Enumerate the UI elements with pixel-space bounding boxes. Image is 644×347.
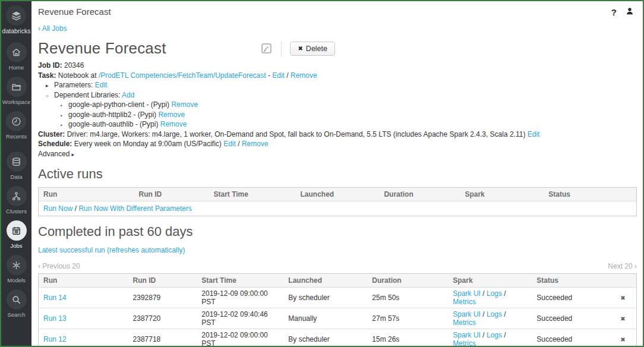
run-link[interactable]: Run 14	[43, 294, 67, 302]
metrics-link[interactable]: Metrics	[453, 318, 476, 327]
pagination: ‹ Previous 20 Next 20 ›	[38, 262, 637, 270]
schedule-remove-link[interactable]: Remove	[242, 140, 269, 148]
remove-run-icon[interactable]: ✖	[620, 316, 625, 322]
dependent-libraries-row: ○ Dependent Libraries: Add ▪ google-api-…	[38, 92, 637, 129]
square-bullet-icon: ▪	[61, 112, 62, 119]
completed-runs-table: Run Run ID Start Time Launched Duration …	[38, 273, 637, 346]
run-now-different-parameters-link[interactable]: Run Now With Different Parameters	[78, 204, 192, 213]
start-time-cell: 2019-12-02 09:40:46 PST	[197, 308, 283, 329]
spark-ui-link[interactable]: Spark UI	[453, 310, 481, 318]
logs-link[interactable]: Logs	[487, 331, 502, 339]
sidebar-item-search[interactable]: Search	[7, 289, 27, 318]
job-title: Revenue Forecast	[38, 39, 166, 58]
sidebar-item-workspace[interactable]: Workspace	[2, 77, 30, 105]
cluster-line: Cluster: Driver: m4.large, Workers: m4.l…	[38, 131, 637, 138]
library-remove-link[interactable]: Remove	[160, 120, 187, 128]
latest-successful-run-link[interactable]: Latest successful run (refreshes automat…	[38, 246, 185, 254]
help-icon[interactable]: ?	[611, 7, 617, 17]
job-options-list: ▸ Parameters: Edit ○ Dependent Libraries…	[38, 81, 637, 128]
schedule-edit-link[interactable]: Edit	[223, 140, 236, 148]
schedule-line: Schedule: Every week on Monday at 9:00am…	[38, 140, 637, 148]
remove-run-icon[interactable]: ✖	[620, 336, 625, 343]
logs-link[interactable]: Logs	[487, 289, 502, 298]
caret-right-icon[interactable]: ▸	[46, 82, 49, 90]
advanced-toggle[interactable]: Advanced▸	[38, 150, 637, 159]
library-item: ▪ google-api-python-client - (Pypi) Remo…	[54, 101, 637, 109]
data-icon	[11, 157, 21, 167]
edit-job-name-icon[interactable]	[260, 42, 273, 55]
main-content: Revenue Forecast ? ‹ All Jobs Revenue Fo…	[31, 1, 643, 346]
run-now-link[interactable]: Run Now	[43, 204, 72, 213]
completed-runs-heading: Completed in past 60 days	[38, 224, 637, 239]
duration-cell: 15m 26s	[367, 329, 448, 346]
all-jobs-back-link[interactable]: ‹ All Jobs	[38, 24, 67, 33]
spark-cell: Spark UI / Logs / Metrics	[448, 287, 532, 308]
user-icon[interactable]	[625, 7, 634, 18]
clusters-icon	[11, 191, 21, 201]
parameters-row: ▸ Parameters: Edit	[38, 81, 637, 89]
sidebar-item-jobs[interactable]: Jobs	[7, 220, 27, 249]
sidebar-item-recents[interactable]: Recents	[6, 111, 27, 140]
sidebar-item-home[interactable]: Home	[7, 42, 27, 71]
start-time-cell: 2019-12-02 09:00:00 PST	[197, 329, 283, 346]
page-title: Revenue Forecast	[38, 7, 111, 17]
sidebar-item-models[interactable]: Models	[7, 255, 27, 283]
libraries-list: ▪ google-api-python-client - (Pypi) Remo…	[54, 101, 637, 128]
active-runs-header-row: Run Run ID Start Time Launched Duration …	[39, 187, 637, 201]
status-cell: Succeeded	[532, 308, 610, 329]
status-cell: Succeeded	[532, 329, 610, 346]
metrics-link[interactable]: Metrics	[453, 298, 476, 306]
run-now-row: Run Now / Run Now With Different Paramet…	[39, 201, 637, 216]
databricks-logo-label: databricks	[2, 27, 31, 34]
previous-20-link[interactable]: ‹ Previous 20	[38, 262, 80, 270]
launched-cell: By scheduler	[283, 287, 367, 308]
duration-cell: 25m 50s	[367, 287, 448, 308]
close-icon: ✖	[298, 45, 302, 52]
task-remove-link[interactable]: Remove	[291, 71, 317, 80]
next-20-link[interactable]: Next 20 ›	[608, 262, 637, 270]
metrics-link[interactable]: Metrics	[453, 339, 476, 346]
caret-right-icon: ▸	[71, 152, 74, 157]
job-id-line: Job ID: 20346	[38, 62, 637, 70]
active-runs-heading: Active runs	[38, 166, 637, 182]
table-row: Run 13 2387720 2019-12-02 09:40:46 PST M…	[39, 308, 637, 329]
topbar: Revenue Forecast ?	[38, 7, 637, 18]
workspace-icon	[11, 82, 21, 92]
spark-ui-link[interactable]: Spark UI	[453, 331, 481, 339]
sidebar-item-data[interactable]: Data	[7, 152, 27, 180]
remove-run-icon[interactable]: ✖	[620, 295, 625, 301]
home-icon	[11, 48, 21, 58]
sidebar: databricks Home Workspace Recents Data	[1, 1, 31, 346]
table-row: Run 12 2387718 2019-12-02 09:00:00 PST B…	[39, 329, 637, 346]
square-bullet-icon: ▪	[61, 102, 62, 109]
library-remove-link[interactable]: Remove	[171, 100, 198, 109]
job-header: Revenue Forecast ✖ Delete	[38, 39, 637, 58]
jobs-calendar-icon	[11, 226, 21, 236]
task-edit-link[interactable]: Edit	[272, 71, 285, 80]
recents-icon	[11, 116, 21, 127]
run-link[interactable]: Run 13	[43, 314, 67, 323]
run-id-cell: 2392879	[128, 287, 197, 308]
spark-ui-link[interactable]: Spark UI	[453, 289, 481, 298]
library-item: ▪ google-auth-oauthlib - (Pypi) Remove	[54, 121, 637, 128]
sidebar-item-clusters[interactable]: Clusters	[6, 186, 27, 214]
library-item: ▪ google-auth-httplib2 - (Pypi) Remove	[54, 111, 637, 119]
delete-button[interactable]: ✖ Delete	[290, 42, 335, 56]
duration-cell: 27m 57s	[367, 308, 448, 329]
parameters-edit-link[interactable]: Edit	[95, 81, 108, 89]
divider	[281, 41, 282, 56]
completed-runs-header-row: Run Run ID Start Time Launched Duration …	[39, 273, 637, 287]
table-row: Run 14 2392879 2019-12-09 09:00:00 PST B…	[39, 287, 637, 308]
notebook-path-link[interactable]: /ProdETL Competencies/FetchTeam/UpdateFo…	[99, 71, 266, 80]
logs-link[interactable]: Logs	[487, 310, 502, 318]
search-icon	[11, 295, 21, 305]
run-id-cell: 2387718	[128, 329, 197, 346]
run-link[interactable]: Run 12	[43, 335, 67, 343]
task-line: Task: Notebook at /ProdETL Competencies/…	[38, 72, 637, 80]
job-details: Job ID: 20346 Task: Notebook at /ProdETL…	[38, 62, 637, 159]
libraries-add-link[interactable]: Add	[122, 91, 134, 99]
databricks-logo-icon	[11, 10, 22, 21]
library-remove-link[interactable]: Remove	[158, 111, 185, 119]
databricks-logo[interactable]: databricks	[2, 5, 31, 34]
cluster-edit-link[interactable]: Edit	[528, 130, 540, 138]
